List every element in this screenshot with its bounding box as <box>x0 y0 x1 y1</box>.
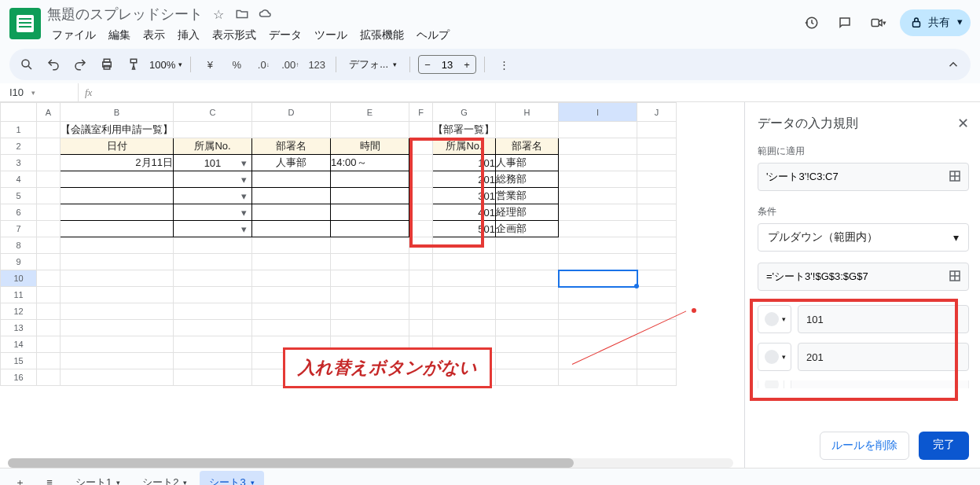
rowhdr-9[interactable]: 9 <box>1 254 37 270</box>
cell-B4[interactable] <box>61 171 174 188</box>
search-icon[interactable] <box>16 53 38 75</box>
colhdr-E[interactable]: E <box>331 103 409 122</box>
option-color-2[interactable]: ▾ <box>758 343 791 371</box>
range-input[interactable] <box>765 171 948 184</box>
cell-H5[interactable]: 営業部 <box>496 188 559 204</box>
done-button[interactable]: 完了 <box>919 432 969 460</box>
paint-format-icon[interactable] <box>123 53 145 75</box>
selection-handle[interactable] <box>634 284 639 288</box>
cell-D3[interactable]: 人事部 <box>252 155 331 171</box>
cell-I10[interactable] <box>559 270 637 287</box>
cell-C3[interactable]: 101▾ <box>174 155 252 171</box>
sheet-tab-1[interactable]: シート1▾ <box>66 471 130 486</box>
cell-H3[interactable]: 人事部 <box>496 155 559 171</box>
font-size-input[interactable] <box>436 58 458 72</box>
colhdr-F[interactable]: F <box>409 103 433 122</box>
collapse-toolbar-icon[interactable] <box>942 53 964 75</box>
menu-insert[interactable]: 挿入 <box>173 25 204 46</box>
colhdr-D[interactable]: D <box>252 103 331 122</box>
range-field[interactable] <box>758 163 969 191</box>
chevron-down-icon[interactable]: ▾ <box>116 479 120 486</box>
select-all-corner[interactable] <box>1 103 37 122</box>
rowhdr-7[interactable]: 7 <box>1 221 37 237</box>
sheet-tab-2[interactable]: シート2▾ <box>133 471 196 486</box>
cell-G2[interactable]: 所属No. <box>433 138 496 155</box>
option-value-2[interactable]: 201 <box>798 343 969 371</box>
menu-extensions[interactable]: 拡張機能 <box>355 25 409 46</box>
colhdr-B[interactable]: B <box>61 103 174 122</box>
rowhdr-6[interactable]: 6 <box>1 204 37 221</box>
add-sheet-button[interactable]: ＋ <box>6 471 33 486</box>
formula-range-input[interactable] <box>765 270 948 284</box>
decrease-decimal-icon[interactable]: .0↓ <box>252 53 274 75</box>
cell-D6[interactable] <box>252 204 331 221</box>
zoom-select[interactable]: 100% ▾ <box>149 59 182 71</box>
cell-H6[interactable]: 経理部 <box>496 204 559 221</box>
delete-rule-button[interactable]: ルールを削除 <box>820 432 909 460</box>
condition-select[interactable]: プルダウン（範囲内） ▾ <box>758 223 969 252</box>
grid-select-icon[interactable] <box>948 169 962 186</box>
colhdr-H[interactable]: H <box>496 103 559 122</box>
cell-E3[interactable]: 14:00～ <box>331 155 409 171</box>
menu-tools[interactable]: ツール <box>310 25 352 46</box>
menu-data[interactable]: データ <box>264 25 306 46</box>
cell-E2[interactable]: 時間 <box>331 138 409 155</box>
cloud-status-icon[interactable] <box>258 6 273 22</box>
star-icon[interactable]: ☆ <box>211 6 226 22</box>
cell-C2[interactable]: 所属No. <box>174 138 252 155</box>
cell-B7[interactable] <box>61 221 174 237</box>
dropdown-icon[interactable]: ▾ <box>238 207 249 218</box>
menu-edit[interactable]: 編集 <box>104 25 135 46</box>
share-dropdown[interactable]: ▾ <box>949 9 971 36</box>
cell-G5[interactable]: 301 <box>433 188 496 204</box>
currency-icon[interactable]: ¥ <box>199 53 221 75</box>
colhdr-I[interactable]: I <box>559 103 637 122</box>
rowhdr-11[interactable]: 11 <box>1 287 37 303</box>
cell-G6[interactable]: 401 <box>433 204 496 221</box>
cell-G1[interactable]: 【部署一覧】 <box>433 122 496 138</box>
sheet-tab-3[interactable]: シート3▾ <box>200 471 263 486</box>
cell-D5[interactable] <box>252 188 331 204</box>
rowhdr-13[interactable]: 13 <box>1 320 37 336</box>
cell-D7[interactable] <box>252 221 331 237</box>
cell-B6[interactable] <box>61 204 174 221</box>
colhdr-J[interactable]: J <box>637 103 677 122</box>
menu-format[interactable]: 表示形式 <box>207 25 261 46</box>
name-box[interactable]: I10▾ <box>0 83 79 101</box>
move-folder-icon[interactable] <box>234 6 250 22</box>
more-formats-icon[interactable]: 123 <box>306 53 328 75</box>
formula-field[interactable] <box>758 263 969 291</box>
all-sheets-button[interactable]: ≡ <box>36 471 63 486</box>
doc-title[interactable]: 無題のスプレッドシート <box>47 5 203 24</box>
cell-D4[interactable] <box>252 171 331 188</box>
cell-G7[interactable]: 501 <box>433 221 496 237</box>
rowhdr-2[interactable]: 2 <box>1 138 37 155</box>
rowhdr-3[interactable]: 3 <box>1 155 37 171</box>
undo-icon[interactable] <box>42 53 64 75</box>
menu-view[interactable]: 表示 <box>138 25 170 46</box>
font-select[interactable]: デフォ... ▾ <box>344 57 402 72</box>
option-value-3[interactable] <box>791 380 969 388</box>
cell-E4[interactable] <box>331 171 409 188</box>
rowhdr-4[interactable]: 4 <box>1 171 37 188</box>
cell-B1[interactable]: 【会議室利用申請一覧】 <box>61 122 174 138</box>
menu-help[interactable]: ヘルプ <box>412 25 454 46</box>
chevron-down-icon[interactable]: ▾ <box>183 479 187 486</box>
colhdr-C[interactable]: C <box>174 103 252 122</box>
cell-C5[interactable]: ▾ <box>174 188 252 204</box>
cell-C6[interactable]: ▾ <box>174 204 252 221</box>
more-toolbar-icon[interactable]: ⋮ <box>493 53 515 75</box>
rowhdr-5[interactable]: 5 <box>1 188 37 204</box>
print-icon[interactable] <box>96 53 118 75</box>
rowhdr-15[interactable]: 15 <box>1 353 37 369</box>
cell-B3[interactable]: 2月11日 <box>61 155 174 171</box>
size-plus[interactable]: + <box>458 59 475 71</box>
dropdown-icon[interactable]: ▾ <box>238 223 249 234</box>
close-icon[interactable]: ✕ <box>957 115 969 132</box>
option-color-1[interactable]: ▾ <box>758 305 791 333</box>
grid-select-icon[interactable] <box>948 269 962 285</box>
meet-icon[interactable]: ▾ <box>867 12 889 34</box>
rowhdr-1[interactable]: 1 <box>1 122 37 138</box>
colhdr-G[interactable]: G <box>433 103 496 122</box>
cell-E6[interactable] <box>331 204 409 221</box>
